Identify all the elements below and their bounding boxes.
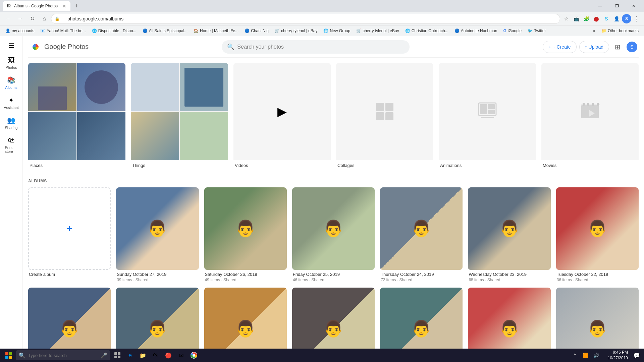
bookmark-yahoo-mail[interactable]: 📧 Yahoo! Mail: The be... bbox=[38, 27, 88, 35]
more-bookmarks-button[interactable]: » bbox=[590, 27, 598, 35]
system-tray: ^ 📶 🔊 bbox=[568, 351, 604, 360]
address-bar[interactable]: 🔒 photos.google.com/albums bbox=[51, 14, 560, 24]
minimize-button[interactable]: — bbox=[592, 1, 608, 11]
network-icon[interactable]: 📶 bbox=[581, 351, 590, 360]
bookmark-twitter[interactable]: 🐦 Twitter bbox=[525, 27, 548, 35]
bookmark-cherry-tylenol2[interactable]: 🛒 cherry tylenol | eBay bbox=[354, 27, 402, 35]
album-oct26-photo: 👨 bbox=[204, 187, 287, 270]
category-videos[interactable]: ▶ Videos bbox=[233, 63, 331, 171]
restore-button[interactable]: ❐ bbox=[609, 1, 625, 11]
bookmark-my-accounts[interactable]: 👤 my accounts bbox=[3, 27, 37, 35]
volume-icon[interactable]: 🔊 bbox=[592, 351, 601, 360]
extensions-button[interactable]: 🧩 bbox=[582, 14, 591, 23]
taskbar-search-input[interactable] bbox=[28, 353, 98, 358]
sidebar-item-menu[interactable]: ☰ bbox=[1, 39, 22, 52]
user-avatar[interactable]: S bbox=[627, 42, 637, 52]
browser-frame: 🖼 Albums - Google Photos ✕ + — ❐ ✕ ← → ↻… bbox=[0, 0, 644, 362]
album-oct27-photo: 👨 bbox=[116, 187, 199, 270]
user-account-icon[interactable]: 👤 bbox=[612, 14, 621, 23]
bookmark-christian-outreach[interactable]: 🌐 Christian Outreach... bbox=[402, 27, 451, 35]
collages-icon bbox=[375, 102, 395, 122]
file-explorer-taskbar[interactable]: 📁 bbox=[137, 349, 149, 361]
main-area: Google Photos 🔍 + + Create ↑ Upload ⊞ bbox=[23, 36, 644, 362]
videos-placeholder: ▶ bbox=[233, 63, 331, 160]
home-button[interactable]: ⌂ bbox=[39, 13, 50, 24]
sidebar-item-photos[interactable]: 🖼 Photos bbox=[1, 54, 22, 72]
browser-titlebar: 🖼 Albums - Google Photos ✕ + — ❐ ✕ bbox=[0, 0, 644, 12]
bookmark-chani-niq[interactable]: 🔵 Chani Niq bbox=[242, 27, 271, 35]
create-button[interactable]: + + Create bbox=[543, 41, 576, 53]
start-button[interactable] bbox=[3, 349, 15, 361]
album-oct22[interactable]: 👨 Tuesday October 22, 2019 36 items · Sh… bbox=[556, 187, 639, 282]
show-hidden-icons[interactable]: ^ bbox=[570, 351, 580, 360]
album-oct26-thumbnail: 👨 bbox=[204, 187, 287, 270]
google-account-icon[interactable]: S bbox=[622, 14, 631, 23]
taskbar-clock[interactable]: 9:45 PM 10/27/2019 bbox=[605, 350, 631, 361]
sidebar-print-store-label: Print store bbox=[5, 145, 18, 154]
category-things[interactable]: Things bbox=[131, 63, 228, 171]
category-places[interactable]: Places bbox=[28, 63, 125, 171]
google-photos-logo[interactable]: Google Photos bbox=[30, 41, 89, 53]
sidebar-albums-label: Albums bbox=[5, 85, 17, 89]
close-button[interactable]: ✕ bbox=[626, 1, 641, 11]
print-store-icon: 🛍 bbox=[8, 136, 15, 144]
create-album-card[interactable]: + Create album bbox=[28, 187, 111, 282]
album-oct26-meta: 49 items · Shared bbox=[204, 278, 287, 282]
bookmark-all-saints[interactable]: 🔵 All Saints Episcopal... bbox=[140, 27, 190, 35]
category-animations[interactable]: Animations bbox=[439, 63, 536, 171]
album-oct23[interactable]: 👨 Wednesday October 23, 2019 68 items · … bbox=[468, 187, 550, 282]
upload-button[interactable]: ↑ Upload bbox=[579, 41, 609, 53]
chrome-taskbar[interactable] bbox=[188, 349, 200, 361]
action-center-button[interactable]: 💬 bbox=[632, 351, 641, 360]
category-collages[interactable]: Collages bbox=[336, 63, 433, 171]
bookmark-cherry-tylenol[interactable]: 🛒 cherry tylenol | eBay bbox=[272, 27, 320, 35]
more-button[interactable]: ⋮ bbox=[632, 14, 641, 23]
sidebar-item-print-store[interactable]: 🛍 Print store bbox=[1, 134, 22, 156]
album-oct22-meta: 36 items · Shared bbox=[556, 278, 639, 282]
forward-button[interactable]: → bbox=[15, 13, 25, 24]
browser-tab[interactable]: 🖼 Albums - Google Photos ✕ bbox=[3, 1, 70, 11]
sidebar-item-albums[interactable]: 📚 Albums bbox=[1, 73, 22, 92]
task-view-icon bbox=[114, 352, 121, 359]
apps-grid-button[interactable]: ⊞ bbox=[612, 41, 624, 53]
new-tab-button[interactable]: + bbox=[72, 1, 81, 11]
bookmark-new-group[interactable]: 🌐 New Group bbox=[321, 27, 353, 35]
album-oct25[interactable]: 👨 Friday October 25, 2019 46 items · Sha… bbox=[292, 187, 375, 282]
album-oct27[interactable]: 👨 Sunday October 27, 2019 39 items · Sha… bbox=[116, 187, 199, 282]
things-thumb-cell-1 bbox=[131, 63, 179, 111]
taskbar-app-icons: e 📁 🛍 🔴 ✉ bbox=[111, 349, 200, 361]
microphone-icon[interactable]: 🎤 bbox=[101, 352, 107, 359]
store-taskbar[interactable]: 🛍 bbox=[150, 349, 162, 361]
category-movies[interactable]: Movies bbox=[541, 63, 639, 171]
reload-button[interactable]: ↻ bbox=[27, 13, 38, 24]
cast-button[interactable]: 📺 bbox=[572, 14, 581, 23]
bookmark-label: New Group bbox=[330, 28, 350, 33]
bookmark-label: Yahoo! Mail: The be... bbox=[47, 28, 86, 33]
svg-rect-4 bbox=[385, 112, 393, 120]
sidebar-item-assistant[interactable]: ✦ Assistant bbox=[1, 94, 22, 112]
search-input[interactable] bbox=[237, 44, 404, 50]
lastpass-icon[interactable]: ⬤ bbox=[592, 14, 601, 23]
tab-close-button[interactable]: ✕ bbox=[62, 3, 66, 9]
bookmark-dispostable[interactable]: 🌐 Dispostable - Dispo... bbox=[89, 27, 139, 35]
sidebar-item-sharing[interactable]: 👥 Sharing bbox=[1, 114, 22, 132]
back-button[interactable]: ← bbox=[3, 13, 13, 24]
bookmark-label: Twitter bbox=[534, 28, 546, 33]
album-oct22-thumbnail: 👨 bbox=[556, 187, 639, 270]
edge-browser-taskbar[interactable]: e bbox=[124, 349, 136, 361]
unknown-taskbar-1[interactable]: 🔴 bbox=[162, 349, 174, 361]
album-oct26-name: Saturday October 26, 2019 bbox=[204, 270, 287, 278]
svg-rect-6 bbox=[480, 104, 487, 114]
album-oct26[interactable]: 👨 Saturday October 26, 2019 49 items · S… bbox=[204, 187, 287, 282]
bookmark-igoogle[interactable]: G iGoogle bbox=[500, 27, 524, 35]
email-taskbar[interactable]: ✉ bbox=[175, 349, 187, 361]
album-oct24[interactable]: 👨 Thursday October 24, 2019 72 items · S… bbox=[380, 187, 463, 282]
bookmark-star-button[interactable]: ☆ bbox=[561, 14, 571, 23]
bookmark-home-maspeth[interactable]: 🏠 Home | Maspeth Fe... bbox=[191, 27, 241, 35]
bookmark-antoinette[interactable]: 🔵 Antoinette Nachman bbox=[452, 27, 500, 35]
taskbar-search-box[interactable]: 🔍 🎤 bbox=[16, 350, 110, 360]
windows-logo-icon bbox=[5, 352, 12, 359]
bookmark-other[interactable]: 📁 Other bookmarks bbox=[599, 27, 641, 35]
skype-icon[interactable]: S bbox=[602, 14, 611, 23]
task-view-button[interactable] bbox=[111, 349, 123, 361]
